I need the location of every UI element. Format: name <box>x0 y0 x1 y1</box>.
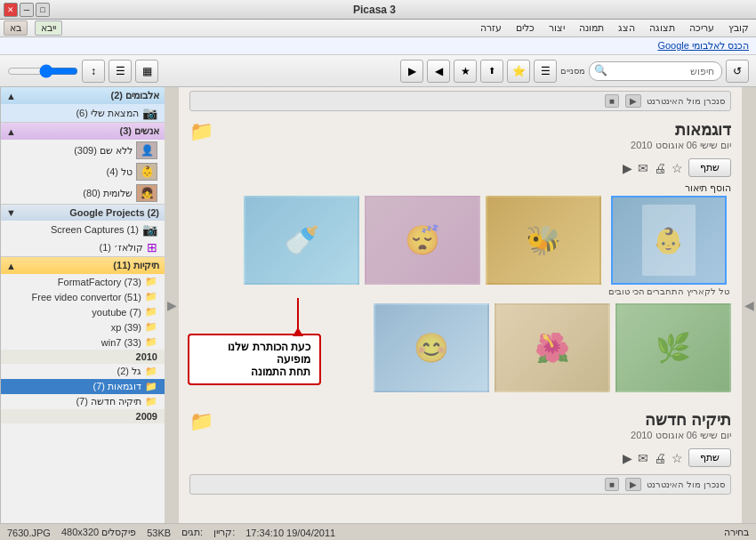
fv-folder-icon: 📁 <box>145 291 157 302</box>
menu-file[interactable]: קובץ <box>725 22 752 34</box>
menu-create[interactable]: יצור <box>545 22 568 34</box>
sidebar-item-images-26[interactable]: 📁 images (26) <box>1 423 165 425</box>
menu-back[interactable]: בא <box>4 20 28 36</box>
menu-view[interactable]: תצוגה <box>646 22 679 34</box>
photo-thumb-5[interactable]: 🌿 <box>615 303 731 392</box>
sidebar-item-tikya-hadasha[interactable]: 📁 תיקיה חדשה (7) <box>1 394 165 409</box>
menu-image[interactable]: תמונה <box>575 22 607 34</box>
search-input[interactable] <box>589 61 722 81</box>
sidebar-item-my-albums[interactable]: 📷 המצאת שלי (6) <box>1 104 165 122</box>
album2-star-icon[interactable]: ☆ <box>672 451 683 465</box>
album1-email-icon[interactable]: ✉ <box>638 161 648 175</box>
scanner-play-btn[interactable]: ▶ <box>625 94 641 108</box>
sidebar-item-dogmaot[interactable]: 📁 דוגמאות (7) <box>1 379 165 394</box>
filter-star-btn[interactable]: ⭐ <box>507 60 530 83</box>
sidebar-google-header[interactable]: Google Projects (2) ▼ <box>1 205 165 221</box>
nav-left-btn[interactable]: ◀ <box>742 87 756 523</box>
sidebar-item-tal[interactable]: 👶 טל (4) <box>1 161 165 182</box>
gal-folder-icon: 📁 <box>145 366 157 377</box>
yt-content: 📁 youtube (7) <box>92 306 157 318</box>
photo-thumb-3[interactable]: 😴 <box>365 196 480 285</box>
tal-content: 👶 טל (4) <box>106 163 157 181</box>
screen-captures-content: 📷 Screen Captures (1) <box>51 222 157 237</box>
zoom-slider[interactable] <box>7 62 78 80</box>
photo-wrapper-2: 🐝 <box>486 196 601 298</box>
sidebar-albums-section: אלבומים (2) ▲ 📷 המצאת שלי (6) <box>1 87 165 123</box>
album1-title: דוגמאות <box>631 120 731 140</box>
photo-thumb-4[interactable]: 🍼 <box>244 196 359 285</box>
shlomit-thumb: 👧 <box>136 184 157 202</box>
album1-header: דוגמאות יום שישי 06 אוגוסט 2010 📁 <box>179 115 742 155</box>
people-chevron: ▲ <box>6 126 16 137</box>
album2-email-icon[interactable]: ✉ <box>638 451 648 465</box>
album2-play-icon[interactable]: ▶ <box>623 451 632 465</box>
scanner-bar-bottom: סנכרן מול האינטרנט ▶ ■ <box>189 474 731 495</box>
sidebar-item-xp[interactable]: 📁 xp (39) <box>1 319 165 334</box>
album2-date: יום שישי 06 אוגוסט 2010 <box>631 430 731 441</box>
sidebar-item-youtube[interactable]: 📁 youtube (7) <box>1 304 165 319</box>
album2-print-icon[interactable]: 🖨 <box>654 451 666 465</box>
menu-show[interactable]: הצג <box>615 22 639 34</box>
nav-next-btn[interactable]: ▶ <box>400 60 423 83</box>
sidebar-year-2010: 2010 <box>1 350 165 364</box>
photo-thumb-1[interactable]: 👶 <box>611 196 727 285</box>
sidebar-item-gal[interactable]: 📁 גל (2) <box>1 364 165 379</box>
photo-thumb-2[interactable]: 🐝 <box>486 196 601 285</box>
people-header-label: אנשים (3) <box>119 125 159 137</box>
menu-tools[interactable]: כלים <box>512 22 538 34</box>
my-albums-label: המצאת שלי (6) <box>76 108 139 119</box>
photo-caption-1: טל לקאריץ התחברים הכי טובים <box>607 285 731 298</box>
menu-help[interactable]: עזרה <box>477 22 505 34</box>
sidebar-item-unnamed[interactable]: 👤 ללא שם (309) <box>1 140 165 161</box>
scanner-stop-btn-bottom[interactable]: ■ <box>605 478 619 491</box>
folders-header-label: תיקיות (11) <box>113 260 159 271</box>
sidebar-folders-header[interactable]: תיקיות (11) ▲ <box>1 257 165 274</box>
view-grid-btn[interactable]: ▦ <box>135 60 158 83</box>
menu-bar: קובץ עריכה תצוגה הצג תמונה יצור כלים עזר… <box>0 20 756 37</box>
menu-import[interactable]: ייבא <box>35 20 62 36</box>
sidebar-item-formatfactory[interactable]: 📁 FormatFactory (73) <box>1 274 165 289</box>
album1-play-icon[interactable]: ▶ <box>623 161 632 175</box>
toolbar-left-section: ↺ 🔍 מסניים ☰ ⭐ ⬆ ★ ◀ ▶ <box>400 60 749 83</box>
album1-folder-icon: 📁 <box>189 120 213 143</box>
filter-all-btn[interactable]: ☰ <box>534 60 557 83</box>
album1-date: יום שישי 06 אוגוסט 2010 <box>631 140 731 151</box>
nav-right-btn[interactable]: ▶ <box>165 87 179 523</box>
upload-web-btn[interactable]: ⬆ <box>480 60 503 83</box>
sidebar-item-collage[interactable]: ⊞ קולאז׳ (1) <box>1 238 165 256</box>
sidebar-item-win7[interactable]: 📁 win7 (33) <box>1 334 165 350</box>
photo-thumb-6[interactable]: 🌺 <box>495 303 610 392</box>
window-controls[interactable]: ✕ ─ □ <box>4 3 50 17</box>
scanner-stop-btn[interactable]: ■ <box>605 94 619 108</box>
sidebar-item-screen-captures[interactable]: 📷 Screen Captures (1) <box>1 221 165 238</box>
scanner-play-btn-bottom[interactable]: ▶ <box>625 478 641 491</box>
maximize-button[interactable]: □ <box>36 3 50 17</box>
album1-print-icon[interactable]: 🖨 <box>654 161 666 175</box>
sidebar-item-freevideo[interactable]: 📁 Free video convertor (51) <box>1 289 165 304</box>
album1-star-icon[interactable]: ☆ <box>672 161 683 175</box>
photo-thumb-7[interactable]: 😊 <box>374 303 489 392</box>
center-content: סנכרן מול האינטרנט ▶ ■ דוגמאות יום שישי … <box>179 87 742 523</box>
minimize-button[interactable]: ─ <box>20 3 34 17</box>
album2-share-btn[interactable]: שתף <box>688 448 731 467</box>
close-button[interactable]: ✕ <box>4 3 18 17</box>
menu-edit[interactable]: עריכה <box>686 22 718 34</box>
year-2009-label: 2009 <box>136 411 157 422</box>
albums-chevron: ▲ <box>6 91 16 101</box>
sidebar-people-header[interactable]: אנשים (3) ▲ <box>1 123 165 140</box>
star-btn[interactable]: ★ <box>454 60 477 83</box>
nav-prev-btn[interactable]: ◀ <box>427 60 450 83</box>
callout-line2: תחת התמונה <box>198 366 310 378</box>
gal-content: 📁 גל (2) <box>117 366 157 377</box>
sidebar-item-shlomit[interactable]: 👧 שלומית (80) <box>1 182 165 204</box>
toolbar-refresh-btn[interactable]: ↺ <box>726 60 749 83</box>
xp-label: xp (39) <box>111 322 141 333</box>
sort-btn[interactable]: ↕ <box>82 60 105 83</box>
screen-captures-label: Screen Captures (1) <box>51 224 139 235</box>
google-albums-link[interactable]: הכנס לאלבומי Google <box>657 40 749 52</box>
win7-folder-icon: 📁 <box>145 336 157 348</box>
album1-share-btn[interactable]: שתף <box>688 158 731 177</box>
view-list-btn[interactable]: ☰ <box>109 60 132 83</box>
status-choice: בחירה <box>724 527 749 538</box>
sidebar-albums-header[interactable]: אלבומים (2) ▲ <box>1 87 165 104</box>
